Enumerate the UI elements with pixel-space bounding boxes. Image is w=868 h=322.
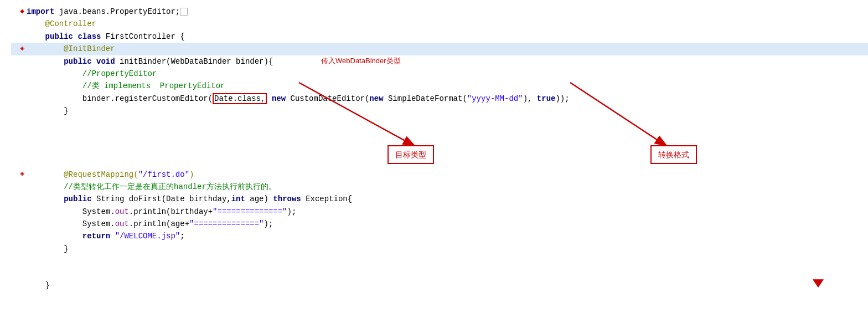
code-line-8: binder.registerCustomEditor(Date.class, … [27, 93, 570, 105]
bottom-arrow-svg [813, 277, 824, 288]
line-17: return "/WELCOME.jsp"; [11, 230, 868, 242]
line-9: } [11, 105, 868, 117]
code-line-16: System.out.println(age+"==============")… [27, 218, 273, 230]
line-12: ◈ @RequestMapping("/first.do") [11, 168, 868, 181]
line-21: } [11, 279, 868, 292]
annotation-area: 目标类型 转换格式 [11, 130, 868, 168]
line-14: public String doFirst(Date birthday,int … [11, 193, 868, 205]
line-2: @Controller [11, 18, 868, 30]
code-line-7: //类 implements PropertyEditor [27, 80, 225, 92]
code-line-6: //PropertyEditor [27, 68, 157, 80]
gutter-12: ◈ [16, 168, 24, 180]
line-16: System.out.println(age+"==============")… [11, 218, 868, 230]
line-13: //类型转化工作一定是在真正的handler方法执行前执行的。 [11, 181, 868, 193]
line-19 [11, 255, 868, 267]
line-5: public void initBinder(WebDataBinder bin… [11, 55, 868, 68]
line-3: public class FirstController { [11, 30, 868, 43]
code-line-17: return "/WELCOME.jsp"; [27, 230, 185, 242]
code-line-5: public void initBinder(WebDataBinder bin… [27, 55, 273, 68]
line-6: //PropertyEditor [11, 68, 868, 80]
code-line-14: public String doFirst(Date birthday,int … [27, 193, 352, 205]
gutter-4: ◈ [16, 43, 24, 55]
line-10 [11, 117, 868, 130]
line-1: ◆ import java.beans.PropertyEditor; [11, 6, 868, 18]
webdatabinder-annotation: 传入WebDataBinder类型 [321, 55, 401, 67]
line-4: ◈ @InitBinder [11, 43, 868, 55]
code-line-1: import java.beans.PropertyEditor; [27, 6, 188, 18]
arrows-svg [11, 130, 868, 168]
code-line-15: System.out.println(birthday+"===========… [27, 206, 296, 218]
format-box: 转换格式 [650, 145, 697, 164]
svg-marker-4 [813, 279, 824, 288]
code-area: ◆ import java.beans.PropertyEditor; @Con… [0, 0, 868, 298]
line-18: } [11, 243, 868, 255]
line-20 [11, 267, 868, 279]
code-line-4: @InitBinder [27, 43, 115, 55]
code-line-21: } [27, 279, 50, 292]
line-15: System.out.println(birthday+"===========… [11, 206, 868, 218]
code-line-3: public class FirstController { [27, 30, 185, 43]
line-7: //类 implements PropertyEditor [11, 80, 868, 92]
code-line-2: @Controller [27, 18, 96, 30]
code-line-12: @RequestMapping("/first.do") [27, 168, 194, 181]
line-8: binder.registerCustomEditor(Date.class, … [11, 93, 868, 105]
bottom-arrow-indicator [813, 277, 824, 292]
code-line-18: } [27, 243, 69, 255]
code-line-9: } [27, 105, 69, 117]
target-type-box: 目标类型 [388, 145, 434, 164]
gutter-1: ◆ [16, 6, 24, 18]
code-line-13: //类型转化工作一定是在真正的handler方法执行前执行的。 [27, 181, 276, 193]
